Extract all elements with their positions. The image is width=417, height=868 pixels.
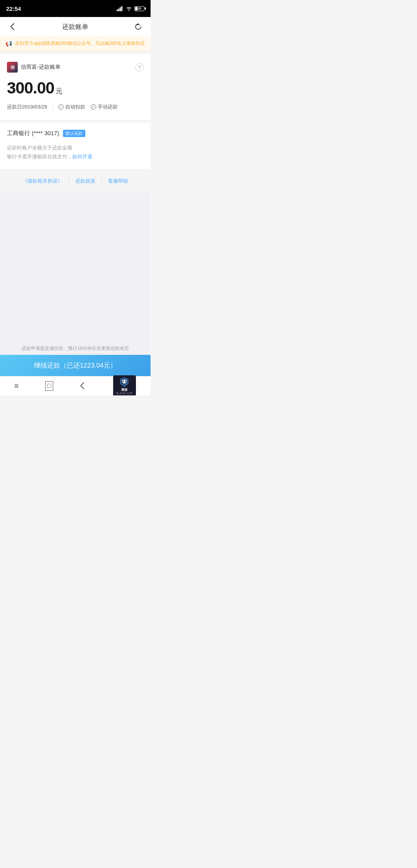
auto-deduct-label: 自动扣款	[65, 103, 85, 110]
svg-rect-1	[118, 8, 119, 11]
default-badge: 默认还款	[63, 130, 85, 137]
back-button[interactable]	[6, 20, 19, 33]
bottom-nav: ≡ □ 黑猫 BLACK CAT	[0, 376, 151, 395]
bank-section: 工商银行 (**** 3017) 默认还款 还款时账户余额大于还款金额 银行卡需…	[0, 123, 151, 169]
how-to-activate-link[interactable]: 如何开通	[72, 154, 92, 159]
svg-rect-0	[117, 10, 118, 11]
svg-rect-2	[120, 7, 121, 11]
amount-row: 300.00 元	[7, 79, 144, 97]
help-link[interactable]: 客服帮助	[108, 178, 128, 185]
wifi-icon	[126, 6, 132, 11]
refresh-button[interactable]	[132, 20, 144, 33]
bank-desc-line2-text: 银行卡需开通银联在线支付，	[7, 154, 72, 159]
status-bar: 22:54 20	[0, 0, 151, 17]
notice-text: 必到官方app或联系融360微信公众号。凡以融360名义催收的还	[15, 40, 145, 47]
policy-link[interactable]: 还款政策	[75, 178, 95, 185]
svg-point-6	[125, 381, 126, 382]
main-content-area	[0, 193, 151, 340]
agreement-link[interactable]: 《借款相关协议》	[22, 178, 63, 185]
status-time: 22:54	[6, 5, 21, 12]
black-cat-shield-icon	[119, 377, 130, 388]
payment-date: 还款日2019/03/29	[7, 103, 47, 110]
notice-icon: 📢	[5, 41, 12, 47]
links-section: 《借款相关协议》 ｜ 还款政策 ｜ 客服帮助	[0, 169, 151, 193]
svg-rect-3	[121, 6, 122, 11]
help-button[interactable]: ?	[135, 63, 144, 71]
home-nav-button[interactable]: □	[42, 378, 57, 393]
bank-info-row: 工商银行 (**** 3017) 默认还款	[7, 130, 144, 137]
manual-pay-item: ✓ 手动还款	[91, 103, 118, 110]
payment-info-row: 还款日2019/03/29 ✓ 自动扣款 ✓ 手动还款	[7, 103, 144, 110]
home-icon: □	[45, 381, 53, 391]
brand-name: 信而富-还款账单	[21, 64, 61, 71]
divider	[53, 104, 53, 110]
notice-bar: 📢 必到官方app或联系融360微信公众号。凡以融360名义催收的还	[0, 36, 151, 51]
bank-desc: 还款时账户余额大于还款金额 银行卡需开通银联在线支付，如何开通	[7, 143, 144, 161]
watermark-text1: 黑猫	[121, 388, 128, 392]
auto-deduct-item: ✓ 自动扣款	[58, 103, 85, 110]
bank-name: 工商银行 (**** 3017)	[7, 130, 59, 137]
back-nav-button[interactable]	[75, 378, 90, 393]
nav-bar: 还款账单	[0, 17, 151, 36]
menu-nav-button[interactable]: ≡	[9, 378, 24, 393]
manual-pay-check: ✓	[91, 104, 96, 110]
continue-pay-button[interactable]: 继续还款（已还1223.04元）	[0, 355, 151, 376]
svg-point-4	[129, 10, 129, 10]
back-nav-icon	[80, 382, 84, 389]
battery-icon: 20	[134, 6, 144, 11]
bank-desc-line1: 还款时账户余额大于还款金额	[7, 143, 144, 152]
amount-unit: 元	[56, 86, 63, 96]
brand-icon: 信	[7, 62, 18, 73]
amount-value: 300.00	[7, 79, 54, 97]
watermark-text2: BLACK CAT	[116, 392, 133, 395]
sep2: ｜	[99, 178, 104, 185]
signal-icon	[117, 6, 124, 11]
svg-point-5	[123, 381, 124, 382]
watermark-area: 黑猫 BLACK CAT	[107, 376, 142, 395]
status-icons: 20	[117, 6, 144, 11]
brand-info: 信 信而富-还款账单	[7, 62, 61, 73]
manual-pay-label: 手动还款	[98, 103, 118, 110]
menu-icon: ≡	[14, 381, 19, 390]
bottom-hint: 还款申请提交成功后，预计10分钟左右更新还款状态	[0, 340, 151, 355]
card-header: 信 信而富-还款账单 ?	[7, 62, 144, 73]
bank-desc-line2: 银行卡需开通银联在线支付，如何开通	[7, 152, 144, 161]
payment-card: 信 信而富-还款账单 ? 300.00 元 还款日2019/03/29 ✓ 自动…	[0, 54, 151, 120]
auto-deduct-check: ✓	[58, 104, 64, 110]
page-title: 还款账单	[62, 22, 88, 31]
sep1: ｜	[66, 178, 71, 185]
